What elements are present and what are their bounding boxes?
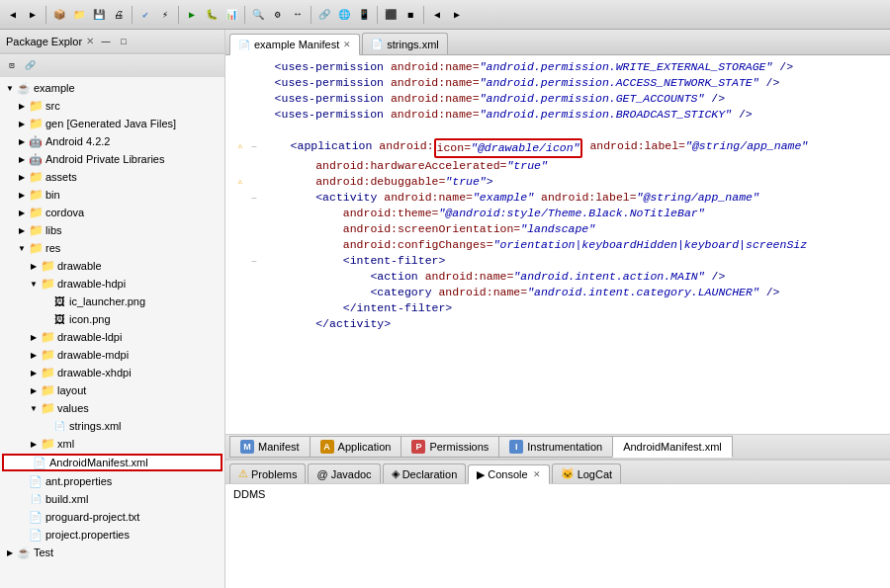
collapse-btn-activity[interactable]: — <box>247 190 261 206</box>
bottom-tab-problems[interactable]: ⚠ Problems <box>229 463 306 483</box>
bottom-tab-logcat[interactable]: 🐱 LogCat <box>552 463 621 483</box>
tree-item-cordova[interactable]: ▶ 📁 cordova <box>0 204 224 221</box>
bottom-tab-icon-console: ▶ <box>477 468 485 481</box>
manifest-tab-instrumentation[interactable]: I Instrumentation <box>498 436 613 458</box>
tree-item-ic-launcher[interactable]: ▶ 🖼 ic_launcher.png <box>0 293 224 310</box>
tree-label-strings-xml: strings.xml <box>69 420 122 432</box>
toolbar-btn-17[interactable]: ◀ <box>428 6 446 24</box>
sidebar-minimize-btn[interactable]: — <box>98 34 114 49</box>
toolbar-btn-7[interactable]: ✔ <box>136 6 154 24</box>
tree-label-src: src <box>45 100 60 112</box>
tree-item-src[interactable]: ▶ 📁 src <box>0 97 224 115</box>
toolbar-btn-13[interactable]: 🌐 <box>335 6 353 24</box>
xml-action-tag: <action <box>261 269 425 285</box>
collapse-btn-app[interactable]: — <box>247 138 261 154</box>
toolbar-btn-16[interactable]: ◼ <box>401 6 419 24</box>
toolbar-btn-15[interactable]: ⬛ <box>382 6 400 24</box>
tab-close-manifest[interactable]: ✕ <box>343 40 351 49</box>
sidebar-toolbar: ⊡ 🔗 <box>0 53 224 77</box>
tree-item-xml[interactable]: ▶ 📁 xml <box>0 435 224 453</box>
tree-item-drawable-ldpi[interactable]: ▶ 📁 drawable-ldpi <box>0 328 224 346</box>
tree-item-icon[interactable]: ▶ 🖼 icon.png <box>0 310 224 328</box>
tree-item-values[interactable]: ▼ 📁 values <box>0 399 224 417</box>
tree-item-project[interactable]: ▶ 📄 project.properties <box>0 526 224 544</box>
xml-attr-2: android:name= <box>391 75 480 91</box>
code-editor[interactable]: <uses-permission android:name="android.p… <box>225 55 890 434</box>
toolbar-btn-10[interactable]: ⚙ <box>269 6 287 24</box>
collapse-btn-intent[interactable]: — <box>247 253 261 269</box>
tree-item-res[interactable]: ▼ 📁 res <box>0 239 224 257</box>
toolbar-sep-5 <box>311 6 312 24</box>
toolbar-btn-profile[interactable]: 📊 <box>222 6 240 24</box>
collapse-all-btn[interactable]: ⊡ <box>4 58 20 74</box>
bottom-tab-console[interactable]: ▶ Console ✕ <box>468 464 549 484</box>
manifest-tab-manifest[interactable]: M Manifest <box>229 436 311 458</box>
tree-item-example[interactable]: ▼ ☕ example <box>0 79 224 97</box>
bottom-tab-declaration[interactable]: ◈ Declaration <box>383 463 467 483</box>
warning-icon-debug: ⚠ <box>238 174 243 190</box>
console-text: DDMS <box>233 488 265 500</box>
manifest-tab-permissions[interactable]: P Permissions <box>400 436 499 458</box>
tree-label-ant: ant.properties <box>45 475 112 487</box>
collapse-icon-app: — <box>252 138 257 154</box>
tree-item-drawable[interactable]: ▶ 📁 drawable <box>0 257 224 275</box>
toolbar-btn-debug[interactable]: 🐛 <box>203 6 221 24</box>
tree-item-drawable-mdpi[interactable]: ▶ 📁 drawable-mdpi <box>0 346 224 364</box>
tree-item-layout[interactable]: ▶ 📁 layout <box>0 381 224 399</box>
toolbar-btn-8[interactable]: ⚡ <box>156 6 174 24</box>
xml-app-label-value: "@string/app_name" <box>685 138 808 154</box>
tree-label-gen: gen [Generated Java Files] <box>45 118 176 129</box>
manifest-tab-label-androidmanifest: AndroidManifest.xml <box>623 441 722 453</box>
tab-manifest[interactable]: 📄 example Manifest ✕ <box>229 34 360 55</box>
manifest-tab-application[interactable]: A Application <box>310 436 402 458</box>
toolbar-btn-9[interactable]: 🔍 <box>249 6 267 24</box>
toolbar-btn-14[interactable]: 📱 <box>355 6 373 24</box>
tab-strings[interactable]: 📄 strings.xml <box>362 33 448 54</box>
toolbar-btn-11[interactable]: ↔ <box>289 6 307 24</box>
tree-item-libs[interactable]: ▶ 📁 libs <box>0 221 224 239</box>
tree-item-androidprivate[interactable]: ▶ 🤖 Android Private Libraries <box>0 150 224 168</box>
bottom-tab-javadoc[interactable]: @ Javadoc <box>308 463 380 483</box>
sidebar-maximize-btn[interactable]: □ <box>116 34 132 49</box>
folder-icon-drawable-xhdpi: 📁 <box>40 365 55 380</box>
tree-item-proguard[interactable]: ▶ 📄 proguard-project.txt <box>0 508 224 526</box>
toolbar-btn-5[interactable]: 💾 <box>90 6 108 24</box>
editor-line-action: <action android:name="android.intent.act… <box>225 269 890 285</box>
tree-item-ant[interactable]: ▶ 📄 ant.properties <box>0 472 224 490</box>
editor-line-application: ⚠ — <application android:icon="@drawable… <box>225 138 890 158</box>
manifest-tab-androidmanifest[interactable]: AndroidManifest.xml <box>612 436 733 458</box>
toolbar-sep-7 <box>423 6 424 24</box>
sidebar: Package Explor ✕ — □ ⊡ 🔗 ▼ ☕ example ▶ 📁… <box>0 30 225 588</box>
tree-label-drawable-hdpi: drawable-hdpi <box>57 278 126 290</box>
toolbar-btn-1[interactable]: ◀ <box>4 6 22 24</box>
xml-value-4: "android.permission.BROADCAST_STICKY" <box>480 107 732 123</box>
bottom-tab-close-console[interactable]: ✕ <box>533 469 541 479</box>
xml-hw-attr: android:hardwareAccelerated= <box>261 158 506 174</box>
tree-item-drawable-hdpi[interactable]: ▼ 📁 drawable-hdpi <box>0 275 224 293</box>
toolbar-btn-4[interactable]: 📁 <box>70 6 88 24</box>
tree-item-bin[interactable]: ▶ 📁 bin <box>0 186 224 204</box>
xml-config-value: "orientation|keyboardHidden|keyboard|scr… <box>493 237 807 253</box>
link-editor-btn[interactable]: 🔗 <box>22 58 38 74</box>
xml-activity-tag: <activity <box>261 190 384 206</box>
tree-item-android422[interactable]: ▶ 🤖 Android 4.2.2 <box>0 132 224 150</box>
tree-item-gen[interactable]: ▶ 📁 gen [Generated Java Files] <box>0 115 224 132</box>
toolbar-btn-run[interactable]: ▶ <box>183 6 201 24</box>
toolbar-btn-12[interactable]: 🔗 <box>315 6 333 24</box>
tree-item-strings-xml[interactable]: ▶ 📄 strings.xml <box>0 417 224 435</box>
sidebar-close-icon[interactable]: ✕ <box>86 36 94 46</box>
toolbar-btn-3[interactable]: 📦 <box>50 6 68 24</box>
toolbar-btn-2[interactable]: ▶ <box>24 6 42 24</box>
toolbar-btn-6[interactable]: 🖨 <box>110 6 128 24</box>
tree-item-build[interactable]: ▶ 📄 build.xml <box>0 490 224 508</box>
tree-item-androidmanifest[interactable]: ▶ 📄 AndroidManifest.xml <box>2 454 222 471</box>
tree-item-test[interactable]: ▶ ☕ Test <box>0 544 224 561</box>
file-icon-proguard: 📄 <box>28 509 44 525</box>
folder-icon-assets: 📁 <box>28 169 44 185</box>
tree-item-drawable-xhdpi[interactable]: ▶ 📁 drawable-xhdpi <box>0 364 224 381</box>
manifest-tab-label-manifest: Manifest <box>258 441 300 453</box>
xml-debug-attr: android:debuggable= <box>261 174 445 190</box>
tree-item-assets[interactable]: ▶ 📁 assets <box>0 168 224 186</box>
toolbar-btn-18[interactable]: ▶ <box>448 6 466 24</box>
tree-label-example: example <box>34 82 75 94</box>
